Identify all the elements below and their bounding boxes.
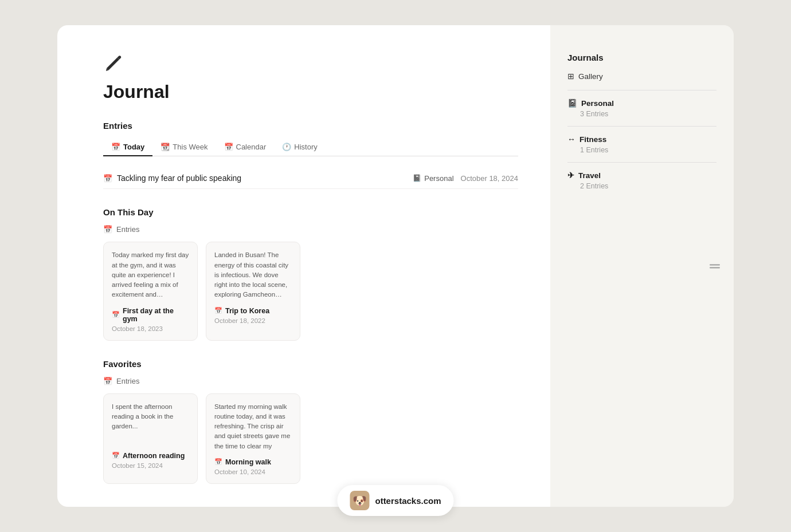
entry-journal-icon: 📓	[413, 174, 421, 182]
entry-calendar-icon: 📅	[103, 174, 112, 183]
entries-section: Entries 📅 Today 📆 This Week 📅 Calendar 🕐	[103, 121, 518, 189]
watermark-logo-icon: 🐶	[353, 494, 367, 507]
card-gym-date: October 18, 2023	[112, 325, 189, 332]
on-this-day-cards: Today marked my first day at the gym, an…	[103, 242, 518, 340]
journal-pencil-icon	[103, 53, 518, 78]
fitness-count: 1 Entries	[567, 146, 716, 154]
calendar-icon: 📅	[224, 143, 233, 151]
sidebar-item-travel: ✈ Travel 2 Entries	[567, 162, 716, 198]
tab-today[interactable]: 📅 Today	[103, 139, 152, 156]
today-icon: 📅	[111, 143, 120, 151]
card-fav-1-date: October 15, 2024	[112, 462, 189, 469]
tab-history[interactable]: 🕐 History	[274, 139, 325, 156]
watermark-logo: 🐶	[350, 491, 369, 510]
card-korea[interactable]: Landed in Busan! The energy of this coas…	[206, 242, 300, 340]
card-korea-icon: 📅	[214, 307, 222, 314]
entries-tabs: 📅 Today 📆 This Week 📅 Calendar 🕐 History	[103, 139, 518, 156]
travel-journal-icon: ✈	[567, 171, 574, 180]
sidebar-item-personal: 📓 Personal 3 Entries	[567, 90, 716, 126]
card-fav-2-preview: Started my morning walk routine today, a…	[214, 402, 292, 451]
favorites-cards: I spent the afternoon reading a book in …	[103, 393, 518, 484]
page-title: Journal	[103, 81, 518, 103]
card-gym[interactable]: Today marked my first day at the gym, an…	[103, 242, 198, 340]
card-fav-1[interactable]: I spent the afternoon reading a book in …	[103, 393, 198, 484]
on-this-day-sub-label: 📅 Entries	[103, 225, 518, 234]
on-this-day-section: On This Day 📅 Entries Today marked my fi…	[103, 207, 518, 340]
main-content: Journal Entries 📅 Today 📆 This Week 📅 Ca…	[57, 25, 550, 507]
scroll-line-1	[710, 264, 720, 265]
card-fav-2[interactable]: Started my morning walk routine today, a…	[206, 393, 300, 484]
history-icon: 🕐	[282, 143, 291, 151]
scroll-line-2	[710, 267, 720, 268]
entries-label: Entries	[103, 121, 518, 131]
sidebar-item-fitness: ↔ Fitness 1 Entries	[567, 126, 716, 162]
card-gym-preview: Today marked my first day at the gym, an…	[112, 250, 189, 300]
watermark-text: otterstacks.com	[375, 496, 441, 506]
personal-journal-link[interactable]: 📓 Personal	[567, 98, 716, 108]
tab-calendar[interactable]: 📅 Calendar	[216, 139, 275, 156]
favorites-label: Favorites	[103, 359, 518, 369]
sidebar-gallery-item[interactable]: ⊞ Gallery	[567, 72, 716, 81]
entry-date: October 18, 2024	[461, 174, 518, 183]
fitness-journal-link[interactable]: ↔ Fitness	[567, 135, 716, 144]
today-entry-row[interactable]: 📅 Tackling my fear of public speaking 📓 …	[103, 168, 518, 189]
favorites-sub-label: 📅 Entries	[103, 377, 518, 385]
tab-this-week[interactable]: 📆 This Week	[152, 139, 216, 156]
card-gym-icon: 📅	[112, 311, 120, 318]
personal-count: 3 Entries	[567, 110, 716, 118]
card-fav-2-title: 📅 Morning walk	[214, 458, 292, 466]
travel-journal-link[interactable]: ✈ Travel	[567, 171, 716, 180]
card-fav-2-icon: 📅	[214, 458, 222, 466]
card-gym-title: 📅 First day at the gym	[112, 307, 189, 323]
gallery-grid-icon: ⊞	[567, 72, 574, 81]
scroll-indicator	[710, 264, 720, 268]
entry-name: 📅 Tackling my fear of public speaking	[103, 174, 241, 183]
sidebar-title: Journals	[567, 53, 716, 62]
week-icon: 📆	[160, 143, 170, 151]
card-korea-title: 📅 Trip to Korea	[214, 307, 292, 315]
fitness-journal-icon: ↔	[567, 135, 575, 144]
card-fav-2-date: October 10, 2024	[214, 468, 292, 475]
card-fav-1-preview: I spent the afternoon reading a book in …	[112, 402, 189, 445]
entry-journal-badge: 📓 Personal	[413, 174, 453, 183]
favorites-section: Favorites 📅 Entries I spent the afternoo…	[103, 359, 518, 484]
card-fav-1-icon: 📅	[112, 452, 120, 459]
fav-calendar-icon: 📅	[103, 377, 112, 385]
card-korea-preview: Landed in Busan! The energy of this coas…	[214, 250, 292, 300]
watermark: 🐶 otterstacks.com	[337, 485, 453, 516]
sub-calendar-icon: 📅	[103, 225, 112, 234]
app-container: Journal Entries 📅 Today 📆 This Week 📅 Ca…	[57, 25, 734, 507]
travel-count: 2 Entries	[567, 182, 716, 190]
entry-meta: 📓 Personal October 18, 2024	[413, 174, 518, 183]
card-korea-date: October 18, 2022	[214, 317, 292, 324]
card-fav-1-title: 📅 Afternoon reading	[112, 452, 189, 460]
on-this-day-label: On This Day	[103, 207, 518, 217]
personal-journal-icon: 📓	[567, 98, 577, 108]
sidebar: Journals ⊞ Gallery 📓 Personal 3 Entries …	[550, 25, 734, 507]
